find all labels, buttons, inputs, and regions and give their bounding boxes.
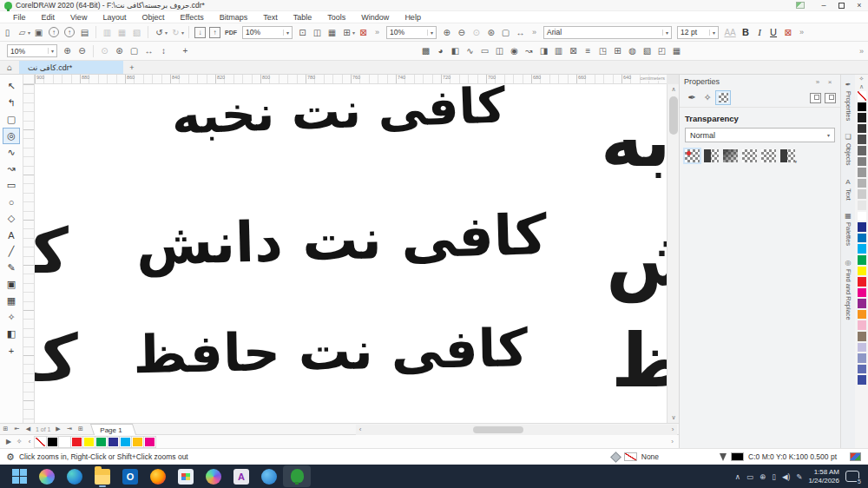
menu-item[interactable]: Text xyxy=(255,13,286,22)
add-toolbar-item-button[interactable]: + xyxy=(178,44,193,58)
minimize-button[interactable]: – xyxy=(815,0,832,11)
polygon-tool[interactable]: ◇ xyxy=(3,210,20,227)
share-button[interactable]: ↑ xyxy=(49,27,59,37)
menu-item[interactable]: Table xyxy=(286,13,320,22)
close-button[interactable]: × xyxy=(851,0,868,11)
artwork-partial-glyph[interactable]: ش xyxy=(606,216,667,303)
color-swatch[interactable] xyxy=(857,374,867,386)
property-bar-icon[interactable]: ◕ xyxy=(433,44,448,58)
new-document-tab-button[interactable]: + xyxy=(123,61,141,74)
rectangle-tool[interactable]: ▭ xyxy=(3,177,20,194)
vertical-scrollbar[interactable]: ∧ ∨ xyxy=(667,84,679,423)
color-swatch[interactable] xyxy=(857,243,867,254)
copy-button[interactable]: ▦ xyxy=(115,25,129,39)
merge-mode-button[interactable]: ▾ xyxy=(780,149,795,162)
paste-button[interactable]: ▧ xyxy=(129,25,144,39)
redo-dropdown-icon[interactable]: ▾ xyxy=(181,30,184,36)
color-swatch[interactable] xyxy=(857,123,867,135)
crop-tool[interactable]: ▢ xyxy=(3,111,20,128)
color-swatch[interactable] xyxy=(144,437,155,447)
no-transparency-button[interactable] xyxy=(685,149,700,162)
color-swatch[interactable] xyxy=(857,200,867,211)
horizontal-scroll-thumb[interactable] xyxy=(473,426,523,433)
zoom-in-button[interactable]: ⊕ xyxy=(439,25,454,39)
property-bar-icon[interactable]: ↝ xyxy=(522,44,536,58)
vertical-scroll-thumb[interactable] xyxy=(669,96,678,135)
color-swatch[interactable] xyxy=(857,112,867,123)
bold-button[interactable]: B xyxy=(739,27,753,37)
property-bar-icon[interactable]: ◫ xyxy=(492,44,507,58)
export-button[interactable]: ↑ xyxy=(209,27,220,38)
first-page-button[interactable]: ⇤ xyxy=(11,425,23,432)
italic-button[interactable]: I xyxy=(753,27,766,37)
more-tools[interactable]: + xyxy=(3,342,20,359)
zoom-to-page-button[interactable]: ▢ xyxy=(498,25,513,39)
Objects[interactable]: ❏Objects xyxy=(845,127,852,171)
color-swatch[interactable] xyxy=(857,134,867,145)
vertical-ruler[interactable] xyxy=(23,84,35,423)
zoom-to-all-objects-button[interactable]: ⊛ xyxy=(112,44,127,58)
tray-device-icon[interactable]: ▭ xyxy=(746,472,753,481)
property-bar-icon[interactable]: ▩ xyxy=(418,44,433,58)
volume-icon[interactable]: ◀) xyxy=(782,472,790,481)
photos-icon[interactable] xyxy=(200,465,227,487)
wrap-properties-icon[interactable] xyxy=(825,93,836,103)
color-swatch[interactable] xyxy=(95,437,107,447)
combo-arrow-icon[interactable]: ▾ xyxy=(709,30,715,36)
brush-tool[interactable]: ✎ xyxy=(3,260,20,276)
no-color-swatch[interactable] xyxy=(35,437,46,447)
combo-arrow-icon[interactable]: ▾ xyxy=(662,30,668,36)
horizontal-ruler[interactable]: 9008808608408208007807607407207006806606… xyxy=(35,75,667,84)
battery-icon[interactable]: ▯ xyxy=(772,472,776,481)
zoom-in-button[interactable]: ⊕ xyxy=(60,44,75,58)
artwork-text-line-1[interactable]: کافی نت نخبه xyxy=(155,84,522,145)
color-swatch[interactable] xyxy=(857,298,867,309)
zoom-out-button[interactable]: ⊖ xyxy=(454,25,469,39)
transparency-properties-icon[interactable] xyxy=(715,90,731,105)
menu-item[interactable]: View xyxy=(62,13,95,22)
Palettes[interactable]: ▦Palettes xyxy=(845,206,852,252)
zoom-to-page-button[interactable]: ▢ xyxy=(127,44,141,58)
last-page-button[interactable]: ⇥ xyxy=(64,425,76,432)
print-button[interactable]: ▤ xyxy=(77,25,92,39)
color-swatch[interactable] xyxy=(108,437,119,447)
outline-properties-icon[interactable]: ✒ xyxy=(684,90,700,105)
menu-item[interactable]: Window xyxy=(353,13,397,22)
palette-eyedropper-icon[interactable]: ✧ xyxy=(859,75,865,82)
scroll-left-icon[interactable]: ‹ xyxy=(356,425,365,435)
color-swatch[interactable] xyxy=(857,276,867,287)
color-swatch[interactable] xyxy=(857,188,867,200)
zoom-to-page-height-button[interactable]: ↕ xyxy=(156,44,171,58)
previous-page-button[interactable]: ◀ xyxy=(23,425,34,432)
menu-item[interactable]: Object xyxy=(134,13,172,22)
artwork-text-line-3[interactable]: کافی نت حافظ xyxy=(154,317,528,384)
menu-item[interactable]: Layout xyxy=(95,13,134,22)
menu-item[interactable]: Edit xyxy=(34,13,63,22)
fill-color-swatch[interactable] xyxy=(624,452,637,461)
combo-arrow-icon[interactable]: ▾ xyxy=(283,30,289,36)
color-swatch[interactable] xyxy=(857,156,867,168)
zoom-to-selected-button[interactable]: ⊙ xyxy=(469,25,483,39)
snap-dropdown-icon[interactable]: ▾ xyxy=(352,30,355,36)
color-swatch[interactable] xyxy=(857,320,867,331)
welcome-screen-tab[interactable]: ⌂ xyxy=(0,61,19,74)
combo-arrow-icon[interactable]: ▾ xyxy=(427,30,433,36)
property-bar-icon[interactable]: ◨ xyxy=(536,44,551,58)
text-tool[interactable]: A xyxy=(3,227,20,243)
color-swatch[interactable] xyxy=(857,266,867,277)
font-size-combo[interactable]: 12 pt ▾ xyxy=(677,26,719,39)
text-frame-button[interactable]: ⊠ xyxy=(780,25,795,39)
microsoft-store-icon[interactable] xyxy=(172,465,200,487)
zoom-to-all-button[interactable]: ⊛ xyxy=(483,25,498,39)
transparency-tool[interactable]: ▣ xyxy=(3,276,20,293)
notification-center-icon[interactable]: 5 xyxy=(845,471,859,482)
zoom-to-width-button[interactable]: ↔ xyxy=(513,25,528,39)
artwork-partial-glyph[interactable]: کا xyxy=(35,214,69,287)
property-bar-icon[interactable]: ◧ xyxy=(448,44,463,58)
eyedropper-icon[interactable]: ✧ xyxy=(14,438,24,445)
open-dropdown-icon[interactable]: ▾ xyxy=(28,30,30,36)
eyedropper-tool[interactable]: ✧ xyxy=(3,309,20,326)
scroll-down-icon[interactable]: ∨ xyxy=(667,412,680,423)
property-bar-icon[interactable]: ▥ xyxy=(551,44,566,58)
taskbar-clock[interactable]: 1:58 AM 1/24/2026 xyxy=(808,468,839,485)
